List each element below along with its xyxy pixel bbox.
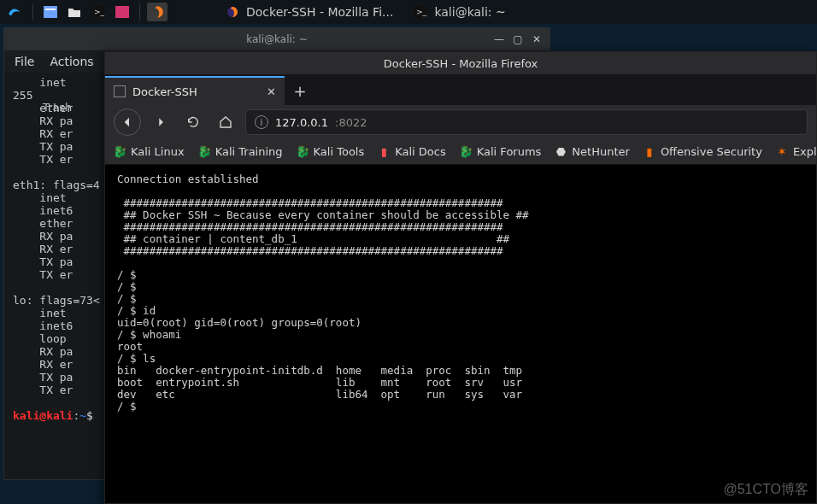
- taskbar-entry-label: kali@kali: ~: [434, 5, 505, 19]
- firefox-launcher-icon[interactable]: [147, 3, 168, 21]
- svg-rect-0: [44, 6, 57, 18]
- bookmark-kali-docs[interactable]: ▮Kali Docs: [378, 145, 446, 158]
- svg-text:>_: >_: [94, 8, 105, 16]
- book-icon: ▮: [378, 146, 390, 158]
- new-tab-button[interactable]: +: [285, 76, 315, 105]
- taskbar-entry-terminal[interactable]: >_ kali@kali: ~: [405, 2, 514, 22]
- dragon-icon: 🐉: [297, 146, 309, 158]
- bookmark-kali-training[interactable]: 🐉Kali Training: [198, 145, 283, 158]
- offsec-icon: ▮: [644, 146, 655, 158]
- back-button[interactable]: [114, 108, 141, 136]
- kali-logo-icon[interactable]: [3, 2, 26, 22]
- terminal-output: inet 255 ether RX pa RX er TX pa TX er e…: [13, 76, 100, 396]
- desktop-trash-label[interactable]: Trash: [43, 101, 72, 114]
- home-button[interactable]: [213, 109, 238, 135]
- prompt-cwd: ~: [79, 409, 86, 422]
- terminal-icon[interactable]: >_: [88, 3, 109, 21]
- tab-label: Docker-SSH: [132, 85, 197, 98]
- bookmark-offensive-security[interactable]: ▮Offensive Security: [644, 145, 762, 158]
- taskbar-entry-label: Docker-SSH - Mozilla Fi...: [246, 5, 393, 19]
- firefox-icon: [226, 5, 239, 19]
- taskbar-divider: [139, 3, 140, 21]
- taskbar-divider: [32, 3, 33, 21]
- arrow-right-icon: [155, 116, 167, 128]
- shield-icon: ⬣: [555, 146, 567, 158]
- firefox-titlebar[interactable]: Docker-SSH - Mozilla Firefox: [105, 52, 816, 74]
- menu-actions[interactable]: Actions: [50, 55, 93, 68]
- svg-text:>_: >_: [416, 8, 427, 16]
- firefox-title: Docker-SSH - Mozilla Firefox: [384, 57, 538, 70]
- terminal-icon: >_: [414, 6, 427, 18]
- bookmark-kali-tools[interactable]: 🐉Kali Tools: [297, 145, 365, 158]
- bookmark-nethunter[interactable]: ⬣NetHunter: [555, 145, 630, 158]
- home-icon: [219, 115, 232, 129]
- window-list-icon[interactable]: [40, 3, 61, 21]
- dragon-icon: 🐉: [460, 146, 472, 158]
- url-host: 127.0.0.1: [275, 116, 328, 129]
- close-button[interactable]: ✕: [529, 32, 544, 47]
- minimize-button[interactable]: —: [491, 32, 507, 47]
- url-port: :8022: [335, 116, 367, 129]
- browser-tab[interactable]: Docker-SSH ✕: [105, 76, 285, 105]
- menu-file[interactable]: File: [15, 55, 34, 68]
- page-content[interactable]: Connection established #################…: [105, 165, 816, 503]
- svg-rect-4: [115, 6, 129, 18]
- firefox-window: Docker-SSH - Mozilla Firefox Docker-SSH …: [104, 51, 817, 504]
- docker-ssh-terminal-output: Connection established #################…: [117, 173, 529, 413]
- bookmark-kali-forums[interactable]: 🐉Kali Forums: [460, 145, 542, 158]
- app-icon[interactable]: [112, 3, 132, 21]
- tab-favicon: [114, 85, 126, 97]
- plus-icon: +: [293, 82, 306, 100]
- firefox-tabstrip: Docker-SSH ✕ +: [105, 74, 816, 105]
- terminal-title: kali@kali: ~: [4, 33, 550, 45]
- prompt-symbol: $: [86, 409, 93, 422]
- site-info-icon[interactable]: i: [255, 115, 268, 129]
- url-bar[interactable]: i 127.0.0.1:8022: [245, 109, 808, 135]
- prompt-host: kali: [46, 409, 73, 422]
- bookmark-exploit-db[interactable]: ✶Exploi: [776, 145, 816, 158]
- dragon-icon: 🐉: [114, 146, 126, 158]
- terminal-titlebar[interactable]: kali@kali: ~ — ▢ ✕: [4, 28, 550, 50]
- prompt-user: kali: [13, 409, 39, 422]
- desktop-taskbar: >_ Docker-SSH - Mozilla Fi... >_ kali@ka…: [0, 0, 817, 24]
- file-manager-icon[interactable]: [64, 3, 85, 21]
- watermark: @51CTO博客: [723, 481, 808, 499]
- maximize-button[interactable]: ▢: [510, 32, 526, 47]
- bookmark-kali-linux[interactable]: 🐉Kali Linux: [114, 145, 185, 158]
- bookmarks-toolbar: 🐉Kali Linux 🐉Kali Training 🐉Kali Tools ▮…: [105, 139, 816, 165]
- dragon-icon: 🐉: [198, 146, 210, 158]
- reload-button[interactable]: [180, 109, 206, 135]
- bug-icon: ✶: [776, 146, 788, 158]
- reload-icon: [186, 115, 200, 129]
- tab-close-icon[interactable]: ✕: [267, 85, 276, 98]
- taskbar-entry-firefox[interactable]: Docker-SSH - Mozilla Fi...: [217, 2, 402, 22]
- arrow-left-icon: [120, 115, 134, 129]
- forward-button[interactable]: [148, 109, 173, 135]
- svg-rect-1: [45, 9, 56, 10]
- firefox-toolbar: i 127.0.0.1:8022: [105, 105, 816, 139]
